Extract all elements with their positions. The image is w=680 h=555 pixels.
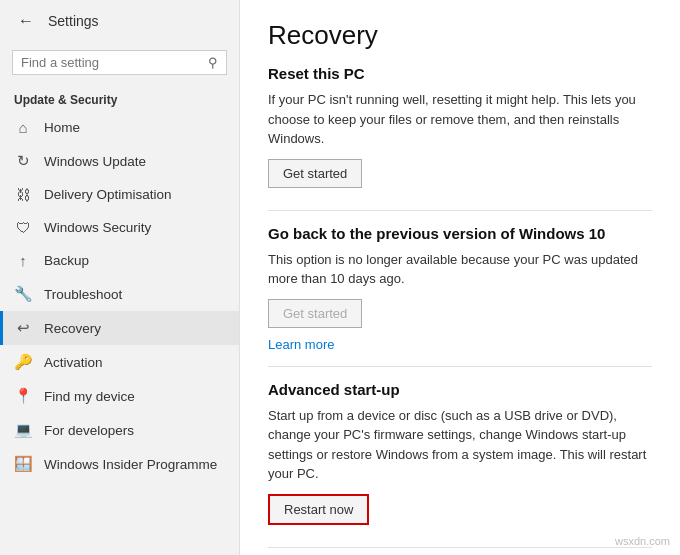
- sidebar-item-label: Delivery Optimisation: [44, 187, 172, 202]
- sidebar-item-label: Home: [44, 120, 80, 135]
- search-icon: ⚲: [208, 55, 218, 70]
- section-label: Update & Security: [0, 83, 239, 111]
- recovery-icon: ↩: [14, 319, 32, 337]
- delivery-icon: ⛓: [14, 186, 32, 203]
- sidebar-item-label: Windows Update: [44, 154, 146, 169]
- page-title: Recovery: [268, 20, 652, 51]
- sidebar-item-label: Backup: [44, 253, 89, 268]
- sidebar-item-delivery-optimisation[interactable]: ⛓ Delivery Optimisation: [0, 178, 239, 211]
- home-icon: ⌂: [14, 119, 32, 136]
- sidebar-item-label: Windows Insider Programme: [44, 457, 217, 472]
- sidebar-item-label: Troubleshoot: [44, 287, 122, 302]
- sidebar-item-label: Activation: [44, 355, 103, 370]
- activation-icon: 🔑: [14, 353, 32, 371]
- reset-section: Reset this PC If your PC isn't running w…: [268, 65, 652, 196]
- restart-now-button[interactable]: Restart now: [268, 494, 369, 525]
- sidebar-item-label: Windows Security: [44, 220, 151, 235]
- find-device-icon: 📍: [14, 387, 32, 405]
- divider-3: [268, 547, 652, 548]
- sidebar-item-label: Find my device: [44, 389, 135, 404]
- sidebar-item-windows-security[interactable]: 🛡 Windows Security: [0, 211, 239, 244]
- sidebar-header: ← Settings: [0, 0, 239, 42]
- advanced-heading: Advanced start-up: [268, 381, 652, 398]
- backup-icon: ↑: [14, 252, 32, 269]
- reset-heading: Reset this PC: [268, 65, 652, 82]
- go-back-get-started-button[interactable]: Get started: [268, 299, 362, 328]
- back-button[interactable]: ←: [12, 10, 40, 32]
- sidebar-item-backup[interactable]: ↑ Backup: [0, 244, 239, 277]
- insider-icon: 🪟: [14, 455, 32, 473]
- troubleshoot-icon: 🔧: [14, 285, 32, 303]
- reset-description: If your PC isn't running well, resetting…: [268, 90, 652, 149]
- reset-get-started-button[interactable]: Get started: [268, 159, 362, 188]
- advanced-startup-section: Advanced start-up Start up from a device…: [268, 381, 652, 533]
- search-input[interactable]: [21, 55, 202, 70]
- sidebar-item-windows-update[interactable]: ↻ Windows Update: [0, 144, 239, 178]
- watermark: wsxdn.com: [615, 535, 670, 547]
- go-back-section: Go back to the previous version of Windo…: [268, 225, 652, 352]
- developers-icon: 💻: [14, 421, 32, 439]
- sidebar-item-troubleshoot[interactable]: 🔧 Troubleshoot: [0, 277, 239, 311]
- sidebar: ← Settings ⚲ Update & Security ⌂ Home ↻ …: [0, 0, 240, 555]
- nav-list: ⌂ Home ↻ Windows Update ⛓ Delivery Optim…: [0, 111, 239, 481]
- sidebar-item-label: Recovery: [44, 321, 101, 336]
- go-back-learn-more-link[interactable]: Learn more: [268, 337, 334, 352]
- divider-2: [268, 366, 652, 367]
- divider-1: [268, 210, 652, 211]
- sidebar-item-activation[interactable]: 🔑 Activation: [0, 345, 239, 379]
- sidebar-item-windows-insider[interactable]: 🪟 Windows Insider Programme: [0, 447, 239, 481]
- sidebar-item-label: For developers: [44, 423, 134, 438]
- main-content: Recovery Reset this PC If your PC isn't …: [240, 0, 680, 555]
- sidebar-item-home[interactable]: ⌂ Home: [0, 111, 239, 144]
- sidebar-item-for-developers[interactable]: 💻 For developers: [0, 413, 239, 447]
- search-box[interactable]: ⚲: [12, 50, 227, 75]
- shield-icon: 🛡: [14, 219, 32, 236]
- sidebar-item-find-my-device[interactable]: 📍 Find my device: [0, 379, 239, 413]
- sidebar-item-recovery[interactable]: ↩ Recovery: [0, 311, 239, 345]
- sidebar-title: Settings: [48, 13, 99, 29]
- update-icon: ↻: [14, 152, 32, 170]
- go-back-description: This option is no longer available becau…: [268, 250, 652, 289]
- go-back-heading: Go back to the previous version of Windo…: [268, 225, 652, 242]
- advanced-description: Start up from a device or disc (such as …: [268, 406, 652, 484]
